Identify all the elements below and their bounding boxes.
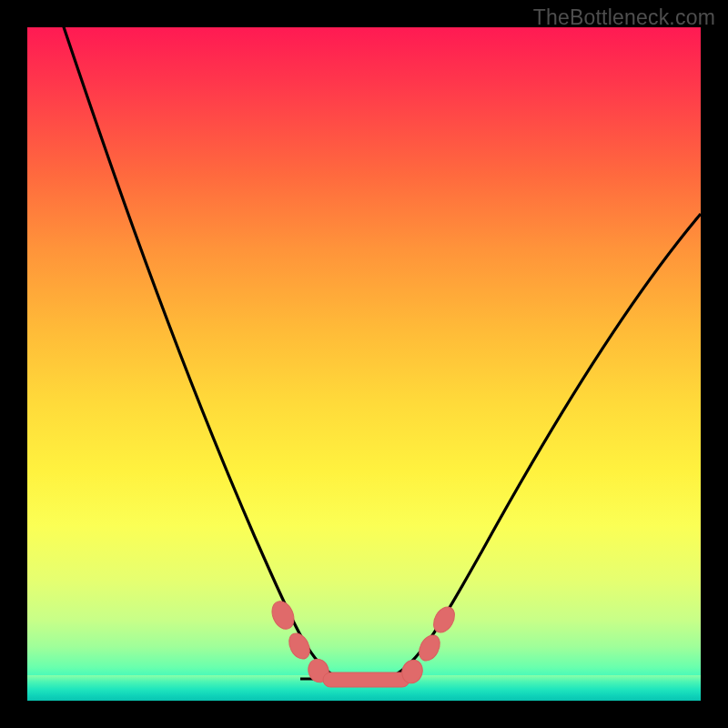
bottleneck-curve [27,27,701,701]
optimum-markers [268,598,459,687]
svg-point-5 [415,632,444,664]
chart-frame: TheBottleneck.com [0,0,728,728]
curve-left-arm [46,27,337,677]
svg-point-1 [285,630,314,662]
plot-area [27,27,701,701]
watermark-text: TheBottleneck.com [533,5,715,30]
svg-rect-3 [323,672,410,687]
curve-right-arm [391,214,701,677]
svg-point-0 [268,598,298,632]
